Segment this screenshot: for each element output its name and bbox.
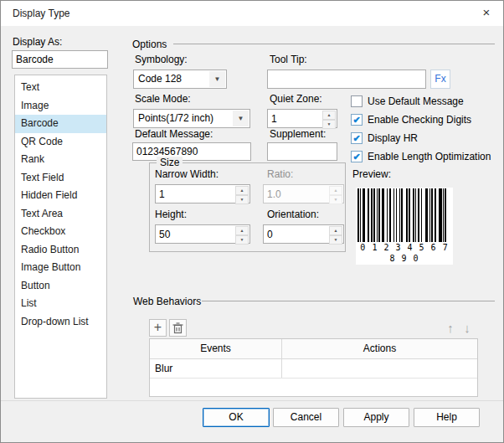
narrow-width-stepper[interactable]: ▲ ▼ <box>155 184 250 203</box>
list-item-button[interactable]: Button <box>15 277 106 296</box>
add-icon: + <box>154 320 162 334</box>
arrow-down-icon: ↓ <box>464 321 471 335</box>
help-button[interactable]: Help <box>414 408 480 427</box>
size-group-legend: Size <box>157 157 183 168</box>
barcode-image <box>357 188 451 242</box>
scale-mode-label: Scale Mode: <box>135 93 191 105</box>
spin-down-icon[interactable]: ▼ <box>235 235 249 245</box>
spin-down-icon[interactable]: ▼ <box>329 235 342 245</box>
orientation-stepper[interactable]: ▲ ▼ <box>263 224 344 244</box>
spin-up-icon[interactable]: ▲ <box>322 111 336 120</box>
quiet-zone-stepper[interactable]: ▲ ▼ <box>267 109 337 128</box>
spinner-buttons[interactable]: ▲ ▼ <box>329 226 342 242</box>
tool-tip-label: Tool Tip: <box>270 54 307 65</box>
action-cell[interactable] <box>282 359 477 378</box>
chevron-down-icon[interactable]: ▼ <box>233 111 249 126</box>
checkbox-label: Display HR <box>368 132 418 144</box>
checkbox-box[interactable]: ✔ <box>351 151 363 162</box>
spin-down-icon[interactable]: ▼ <box>235 195 249 204</box>
list-item-text-area[interactable]: Text Area <box>15 205 106 224</box>
display-as-input[interactable] <box>12 50 108 69</box>
cancel-button[interactable]: Cancel <box>273 408 339 427</box>
ratio-input <box>264 185 328 203</box>
event-cell[interactable]: Blur <box>150 359 282 378</box>
supplement-input[interactable] <box>267 142 337 161</box>
list-item-text[interactable]: Text <box>15 79 106 97</box>
scale-mode-value: Points(1/72 inch) <box>138 112 213 124</box>
list-item-qr-code[interactable]: QR Code <box>15 133 106 152</box>
title-bar: Display Type × <box>1 1 503 26</box>
orientation-input[interactable] <box>264 225 328 243</box>
ratio-label: Ratio: <box>267 168 293 180</box>
display-type-list[interactable]: Text Image Barcode QR Code Rank Text Fie… <box>14 75 107 399</box>
list-item-list[interactable]: List <box>15 295 106 313</box>
table-header: Events Actions <box>150 339 477 359</box>
list-item-radio-button[interactable]: Radio Button <box>15 241 106 260</box>
list-item-barcode[interactable]: Barcode <box>15 115 106 133</box>
events-column-header: Events <box>150 339 282 358</box>
apply-button[interactable]: Apply <box>343 408 409 427</box>
actions-column-header: Actions <box>282 339 477 358</box>
barcode-digits: 0 1 2 3 4 5 6 7 8 9 0 <box>357 242 451 264</box>
spin-up-icon[interactable]: ▲ <box>235 186 249 195</box>
options-section-rule <box>173 44 495 44</box>
spinner-buttons[interactable]: ▲ ▼ <box>322 111 336 126</box>
display-type-dialog: Display Type × Display As: Text Image Ba… <box>0 0 504 443</box>
enable-checking-digits-checkbox[interactable]: ✔ Enable Checking Digits <box>351 113 471 126</box>
spinner-buttons[interactable]: ▲ ▼ <box>235 186 249 202</box>
checkbox-box[interactable]: ✔ <box>351 114 363 126</box>
move-down-button: ↓ <box>460 319 475 337</box>
spinner-buttons[interactable]: ▲ ▼ <box>235 226 249 242</box>
symbology-select[interactable]: Code 128 ▼ <box>133 70 227 89</box>
close-icon[interactable]: × <box>470 1 503 26</box>
list-item-image[interactable]: Image <box>15 97 106 116</box>
list-item-text-field[interactable]: Text Field <box>15 169 106 188</box>
checkbox-label: Enable Checking Digits <box>368 114 471 126</box>
table-row[interactable]: Blur <box>150 359 477 379</box>
ok-button[interactable]: OK <box>203 408 270 427</box>
default-message-input[interactable] <box>132 142 251 161</box>
list-item-checkbox[interactable]: Checkbox <box>15 223 106 241</box>
narrow-width-input[interactable] <box>156 185 234 203</box>
quiet-zone-label: Quiet Zone: <box>270 93 322 105</box>
display-as-label: Display As: <box>13 36 62 48</box>
scale-mode-select[interactable]: Points(1/72 inch) ▼ <box>133 109 250 128</box>
move-up-button: ↑ <box>443 319 458 337</box>
trash-icon <box>172 322 183 334</box>
checkbox-label: Enable Length Optimization <box>368 151 491 162</box>
spin-up-icon[interactable]: ▲ <box>329 226 342 235</box>
delete-behavior-button[interactable] <box>169 319 187 337</box>
enable-length-optimization-checkbox[interactable]: ✔ Enable Length Optimization <box>351 150 491 163</box>
display-hr-checkbox[interactable]: ✔ Display HR <box>351 131 418 145</box>
spin-down-icon: ▼ <box>329 195 342 204</box>
list-item-hidden-field[interactable]: Hidden Field <box>15 187 106 205</box>
add-behavior-button[interactable]: + <box>149 319 167 337</box>
ratio-stepper: ▲ ▼ <box>263 184 344 203</box>
height-stepper[interactable]: ▲ ▼ <box>155 224 250 244</box>
list-item-rank[interactable]: Rank <box>15 151 106 169</box>
supplement-label: Supplement: <box>270 128 326 140</box>
use-default-message-checkbox[interactable]: Use Default Message <box>351 95 464 108</box>
spin-up-icon[interactable]: ▲ <box>235 226 249 235</box>
spinner-buttons: ▲ ▼ <box>329 186 342 202</box>
barcode-preview: 0 1 2 3 4 5 6 7 8 9 0 <box>356 188 453 265</box>
list-item-drop-down-list[interactable]: Drop-down List <box>15 313 106 332</box>
default-message-label: Default Message: <box>135 128 213 140</box>
quiet-zone-input[interactable] <box>268 110 321 127</box>
dialog-title: Display Type <box>13 8 69 19</box>
height-label: Height: <box>155 209 187 220</box>
tool-tip-input[interactable] <box>267 70 426 89</box>
web-behaviors-table[interactable]: Events Actions Blur <box>149 338 478 397</box>
web-behaviors-section-label: Web Behaviors <box>133 296 201 307</box>
height-input[interactable] <box>156 225 234 243</box>
web-behaviors-section-rule <box>202 301 495 301</box>
symbology-value: Code 128 <box>138 73 182 85</box>
checkbox-box[interactable]: ✔ <box>351 132 363 144</box>
checkbox-box[interactable] <box>351 95 363 107</box>
preview-label: Preview: <box>352 168 391 180</box>
list-item-image-button[interactable]: Image Button <box>15 259 106 277</box>
fx-formula-button[interactable]: Fx <box>430 70 450 89</box>
orientation-label: Orientation: <box>267 209 319 220</box>
narrow-width-label: Narrow Width: <box>155 168 219 180</box>
chevron-down-icon[interactable]: ▼ <box>209 71 225 87</box>
